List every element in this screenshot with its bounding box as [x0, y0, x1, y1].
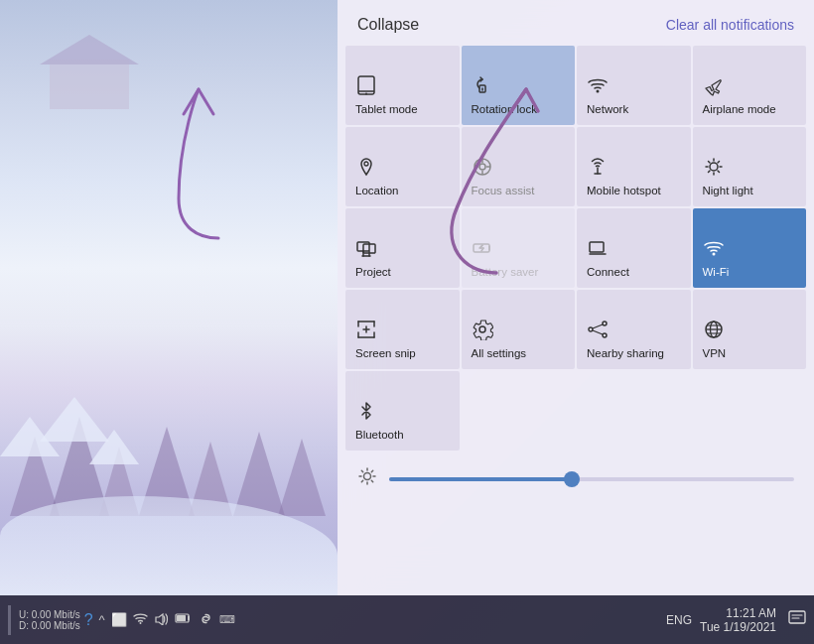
tablet-mode-label: Tablet mode: [355, 103, 418, 117]
tray-keyboard-icon[interactable]: ⌨: [219, 613, 235, 626]
airplane-mode-icon: [703, 74, 725, 99]
bluetooth-label: Bluetooth: [355, 429, 404, 443]
taskbar-right: ENG 11:21 AM Tue 1/19/2021: [666, 606, 806, 634]
svg-rect-67: [789, 611, 805, 623]
language-label[interactable]: ENG: [666, 613, 692, 627]
upload-speed: 0.00 Mbit/s: [32, 609, 80, 620]
tile-location[interactable]: Location: [345, 127, 460, 206]
taskbar-divider: [8, 605, 11, 635]
svg-point-46: [603, 333, 607, 337]
tile-bluetooth[interactable]: Bluetooth: [345, 371, 460, 451]
tray-link-icon[interactable]: [199, 612, 213, 628]
connect-label: Connect: [587, 266, 629, 280]
battery-saver-label: Battery saver: [472, 266, 539, 280]
brightness-slider[interactable]: [389, 477, 794, 481]
vpn-label: VPN: [703, 347, 727, 361]
all-settings-icon: [472, 319, 493, 343]
svg-point-8: [479, 164, 485, 170]
tile-airplane-mode[interactable]: Airplane mode: [693, 46, 807, 125]
svg-point-36: [712, 253, 715, 256]
svg-line-21: [718, 171, 720, 173]
tray-chevron[interactable]: ^: [99, 612, 105, 627]
upload-stat: U: 0.00 Mbit/s: [19, 609, 80, 620]
svg-line-22: [718, 162, 720, 164]
tile-wifi[interactable]: Wi-Fi: [693, 208, 807, 288]
up-label: U:: [19, 609, 29, 620]
tile-mobile-hotspot[interactable]: Mobile hotspot: [577, 127, 691, 206]
nearby-sharing-label: Nearby sharing: [587, 347, 664, 361]
clock[interactable]: 11:21 AM Tue 1/19/2021: [700, 606, 776, 634]
clock-date: Tue 1/19/2021: [700, 620, 776, 634]
tile-focus-assist[interactable]: Focus assist: [462, 127, 576, 206]
taskbar-tray-icons: ? ^ ⬜ ⌨: [84, 611, 235, 629]
project-label: Project: [355, 266, 391, 280]
svg-point-64: [139, 622, 141, 624]
tray-tablet-icon[interactable]: ⬜: [111, 612, 127, 627]
download-stat: D: 0.00 Mbit/s: [19, 620, 80, 631]
collapse-button[interactable]: Collapse: [357, 16, 419, 34]
vpn-icon: [703, 319, 725, 343]
action-center: Collapse Clear all notifications Tablet …: [338, 0, 814, 595]
tile-rotation-lock[interactable]: Rotation lock: [462, 46, 576, 125]
svg-line-49: [593, 330, 603, 334]
quick-actions-grid: Tablet mode Rotation lock Network Airpla…: [338, 46, 814, 451]
mobile-hotspot-icon: [587, 156, 609, 181]
tile-project[interactable]: Project: [345, 208, 460, 288]
svg-point-2: [365, 93, 367, 95]
tile-tablet-mode[interactable]: Tablet mode: [345, 46, 460, 125]
svg-rect-34: [590, 242, 604, 252]
network-label: Network: [587, 103, 628, 117]
tile-battery-saver[interactable]: Battery saver: [462, 208, 576, 288]
help-icon[interactable]: ?: [84, 611, 93, 629]
project-icon: [355, 237, 377, 262]
location-label: Location: [355, 185, 398, 198]
svg-point-5: [597, 90, 600, 93]
screen-snip-label: Screen snip: [355, 347, 416, 361]
network-icon: [587, 74, 609, 99]
tablet-mode-icon: [355, 74, 377, 99]
tray-wifi-icon[interactable]: [133, 612, 148, 628]
notification-center-icon[interactable]: [788, 610, 806, 630]
location-icon: [355, 156, 377, 181]
mobile-hotspot-label: Mobile hotspot: [587, 185, 661, 198]
rotation-lock-icon: [472, 74, 493, 99]
tray-battery-icon[interactable]: [175, 612, 193, 627]
brightness-fill: [389, 477, 572, 481]
brightness-icon: [357, 466, 377, 491]
svg-point-47: [589, 327, 593, 331]
tile-screen-snip[interactable]: Screen snip: [345, 290, 460, 369]
connect-icon: [587, 237, 609, 262]
svg-rect-66: [177, 615, 186, 621]
taskbar: U: 0.00 Mbit/s D: 0.00 Mbit/s ? ^ ⬜ ⌨ EN…: [0, 595, 814, 644]
svg-point-45: [603, 322, 607, 325]
svg-line-61: [371, 480, 372, 481]
svg-line-60: [361, 470, 362, 471]
tile-night-light[interactable]: Night light: [693, 127, 807, 206]
svg-point-55: [364, 473, 371, 480]
action-center-header: Collapse Clear all notifications: [338, 0, 814, 46]
down-label: D:: [19, 620, 29, 631]
brightness-thumb[interactable]: [564, 471, 580, 487]
svg-line-20: [708, 162, 710, 164]
tile-vpn[interactable]: VPN: [693, 290, 807, 369]
tile-network[interactable]: Network: [577, 46, 691, 125]
download-speed: 0.00 Mbit/s: [32, 620, 80, 631]
clock-time: 11:21 AM: [726, 606, 776, 620]
wifi-icon: [703, 237, 725, 262]
tile-all-settings[interactable]: All settings: [462, 290, 576, 369]
svg-line-23: [708, 171, 710, 173]
wifi-label: Wi-Fi: [703, 266, 730, 280]
all-settings-label: All settings: [472, 347, 527, 361]
clear-all-button[interactable]: Clear all notifications: [666, 17, 794, 33]
svg-line-63: [361, 480, 362, 481]
tile-nearby-sharing[interactable]: Nearby sharing: [577, 290, 691, 369]
bluetooth-icon: [355, 400, 377, 425]
tray-volume-icon[interactable]: [154, 612, 169, 628]
rotation-lock-label: Rotation lock: [472, 103, 537, 117]
night-light-icon: [703, 156, 725, 181]
network-stats: U: 0.00 Mbit/s D: 0.00 Mbit/s: [19, 609, 80, 631]
tile-connect[interactable]: Connect: [577, 208, 691, 288]
screen-snip-icon: [355, 319, 377, 343]
airplane-mode-label: Airplane mode: [703, 103, 776, 117]
svg-point-6: [364, 162, 368, 166]
